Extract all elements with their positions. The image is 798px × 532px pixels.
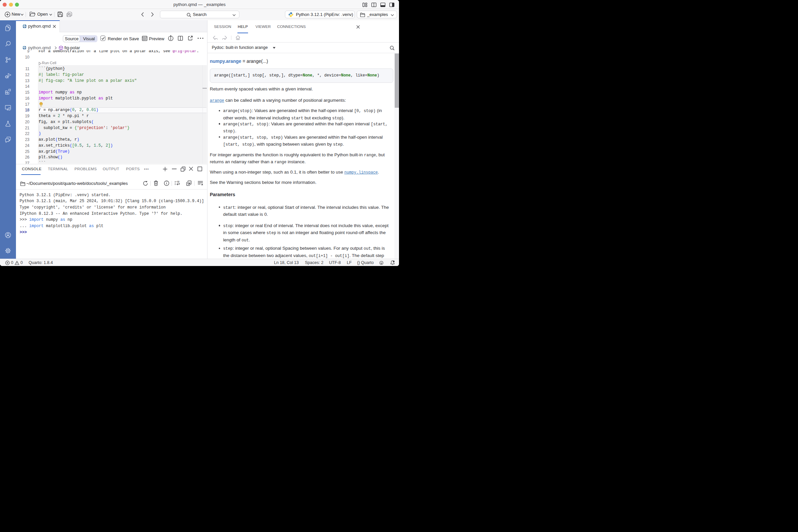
svg-text:ab: ab <box>177 181 180 183</box>
